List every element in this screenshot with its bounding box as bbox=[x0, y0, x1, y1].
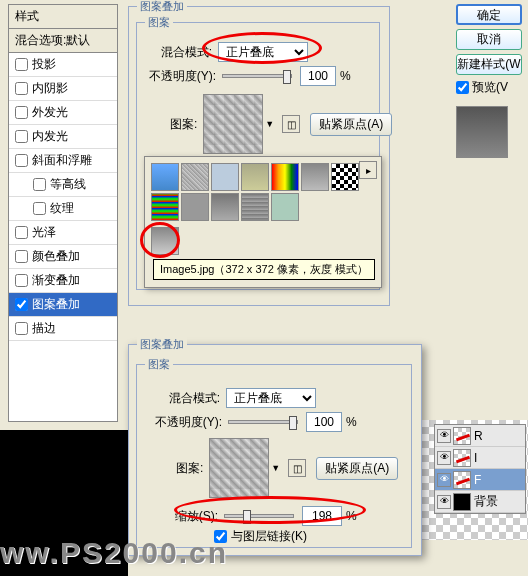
swatch-9[interactable] bbox=[181, 193, 209, 221]
pattern-picker-panel: ▸ Image5.jpg（372 x 372 像素，灰度 模式） bbox=[144, 156, 382, 288]
dialog-buttons: 确定 取消 新建样式(W 预览(V bbox=[456, 4, 524, 158]
style-gradient-overlay[interactable]: 渐变叠加 bbox=[9, 269, 117, 293]
style-color-overlay[interactable]: 颜色叠加 bbox=[9, 245, 117, 269]
cb-inner-shadow[interactable] bbox=[15, 82, 28, 95]
style-pattern-overlay[interactable]: 图案叠加 bbox=[9, 293, 117, 317]
opacity-label-b: 不透明度(Y): bbox=[152, 414, 222, 431]
swatch-12[interactable] bbox=[271, 193, 299, 221]
cb-contour[interactable] bbox=[33, 178, 46, 191]
style-drop-shadow[interactable]: 投影 bbox=[9, 53, 117, 77]
layer-name-i: I bbox=[474, 451, 477, 465]
layer-i[interactable]: 👁 I bbox=[435, 447, 525, 469]
cb-texture[interactable] bbox=[33, 202, 46, 215]
new-preset-icon[interactable]: ◫ bbox=[282, 115, 300, 133]
eye-icon[interactable]: 👁 bbox=[437, 473, 451, 487]
preview-row: 预览(V bbox=[456, 79, 524, 96]
layer-thumb-i[interactable] bbox=[453, 449, 471, 467]
opacity-label-top: 不透明度(Y): bbox=[146, 68, 216, 85]
layer-name-r: R bbox=[474, 429, 483, 443]
layer-r[interactable]: 👁 R bbox=[435, 425, 525, 447]
swatch-grid bbox=[145, 157, 381, 227]
picker-menu-icon[interactable]: ▸ bbox=[359, 161, 377, 179]
swatch-1[interactable] bbox=[151, 163, 179, 191]
cb-drop-shadow[interactable] bbox=[15, 58, 28, 71]
pattern-preview-bottom[interactable] bbox=[209, 438, 269, 498]
snap-origin-btn-bottom[interactable]: 贴紧原点(A) bbox=[316, 457, 398, 480]
pattern-row-top: 图案: ▼ ◫ 贴紧原点(A) bbox=[170, 94, 392, 154]
opacity-input-bottom[interactable] bbox=[306, 412, 342, 432]
legend-inner-bottom: 图案 bbox=[145, 357, 173, 372]
opacity-row-top: 不透明度(Y): % bbox=[146, 66, 351, 86]
pct-label-b: % bbox=[346, 415, 357, 429]
scale-row: 缩放(S): % bbox=[168, 506, 357, 526]
cb-gradient-overlay[interactable] bbox=[15, 274, 28, 287]
legend-outer-top: 图案叠加 bbox=[137, 0, 187, 14]
opacity-slider-bottom[interactable] bbox=[228, 420, 298, 424]
eye-icon[interactable]: 👁 bbox=[437, 495, 451, 509]
style-inner-shadow[interactable]: 内阴影 bbox=[9, 77, 117, 101]
swatch-11[interactable] bbox=[241, 193, 269, 221]
swatch-2[interactable] bbox=[181, 163, 209, 191]
layers-panel: 👁 R 👁 I 👁 F 👁 背景 bbox=[434, 424, 526, 514]
scale-slider[interactable] bbox=[224, 514, 294, 518]
style-inner-glow[interactable]: 内发光 bbox=[9, 125, 117, 149]
swatch-4[interactable] bbox=[241, 163, 269, 191]
blend-mode-select-top[interactable]: 正片叠底 bbox=[218, 42, 308, 62]
pattern-label-b: 图案: bbox=[176, 460, 203, 477]
styles-panel: 样式 混合选项:默认 投影 内阴影 外发光 内发光 斜面和浮雕 等高线 纹理 光… bbox=[8, 4, 118, 422]
cb-outer-glow[interactable] bbox=[15, 106, 28, 119]
preview-thumbnail bbox=[456, 106, 508, 158]
swatch-selected[interactable] bbox=[151, 227, 179, 255]
blend-mode-select-bottom[interactable]: 正片叠底 bbox=[226, 388, 316, 408]
snap-origin-btn-top[interactable]: 贴紧原点(A) bbox=[310, 113, 392, 136]
layer-thumb-bg[interactable] bbox=[453, 493, 471, 511]
swatch-7[interactable] bbox=[331, 163, 359, 191]
style-stroke[interactable]: 描边 bbox=[9, 317, 117, 341]
chevron-down-icon[interactable]: ▼ bbox=[265, 119, 274, 129]
cb-stroke[interactable] bbox=[15, 322, 28, 335]
layer-thumb-f[interactable] bbox=[453, 471, 471, 489]
style-outer-glow[interactable]: 外发光 bbox=[9, 101, 117, 125]
swatch-tooltip: Image5.jpg（372 x 372 像素，灰度 模式） bbox=[153, 259, 375, 280]
pct-label: % bbox=[340, 69, 351, 83]
cb-inner-glow[interactable] bbox=[15, 130, 28, 143]
layer-name-bg: 背景 bbox=[474, 493, 498, 510]
new-style-button[interactable]: 新建样式(W bbox=[456, 54, 522, 75]
pct-label-s: % bbox=[346, 509, 357, 523]
ok-button[interactable]: 确定 bbox=[456, 4, 522, 25]
swatch-3[interactable] bbox=[211, 163, 239, 191]
new-preset-icon-b[interactable]: ◫ bbox=[288, 459, 306, 477]
opacity-input-top[interactable] bbox=[300, 66, 336, 86]
style-texture[interactable]: 纹理 bbox=[9, 197, 117, 221]
styles-header: 样式 bbox=[9, 5, 117, 29]
layer-f[interactable]: 👁 F bbox=[435, 469, 525, 491]
cancel-button[interactable]: 取消 bbox=[456, 29, 522, 50]
chevron-down-icon-b[interactable]: ▼ bbox=[271, 463, 280, 473]
cb-pattern-overlay[interactable] bbox=[15, 298, 28, 311]
layer-bg[interactable]: 👁 背景 bbox=[435, 491, 525, 513]
scale-input[interactable] bbox=[302, 506, 342, 526]
blend-options-default[interactable]: 混合选项:默认 bbox=[9, 29, 117, 53]
cb-bevel[interactable] bbox=[15, 154, 28, 167]
legend-inner-top: 图案 bbox=[145, 15, 173, 30]
style-satin[interactable]: 光泽 bbox=[9, 221, 117, 245]
pattern-label-top: 图案: bbox=[170, 116, 197, 133]
pattern-preview-top[interactable] bbox=[203, 94, 263, 154]
swatch-10[interactable] bbox=[211, 193, 239, 221]
cb-color-overlay[interactable] bbox=[15, 250, 28, 263]
swatch-6[interactable] bbox=[301, 163, 329, 191]
style-bevel[interactable]: 斜面和浮雕 bbox=[9, 149, 117, 173]
blend-mode-label: 混合模式: bbox=[152, 44, 212, 61]
eye-icon[interactable]: 👁 bbox=[437, 429, 451, 443]
layer-thumb-r[interactable] bbox=[453, 427, 471, 445]
preview-checkbox[interactable] bbox=[456, 81, 469, 94]
opacity-slider-top[interactable] bbox=[222, 74, 292, 78]
swatch-5[interactable] bbox=[271, 163, 299, 191]
swatch-8[interactable] bbox=[151, 193, 179, 221]
link-layer-label: 与图层链接(K) bbox=[231, 528, 307, 545]
style-contour[interactable]: 等高线 bbox=[9, 173, 117, 197]
eye-icon[interactable]: 👁 bbox=[437, 451, 451, 465]
preview-label: 预览(V bbox=[472, 79, 508, 96]
cb-satin[interactable] bbox=[15, 226, 28, 239]
opacity-row-bottom: 不透明度(Y): % bbox=[152, 412, 357, 432]
